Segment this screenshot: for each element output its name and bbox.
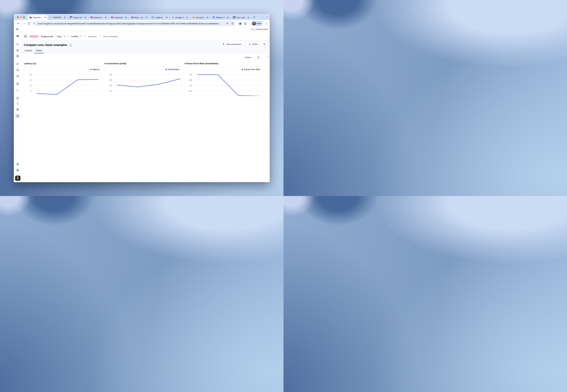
svg-text:Correctness: Correctness xyxy=(168,68,179,71)
svg-text:0.8: 0.8 xyxy=(109,73,112,76)
svg-text:Parse Error Rate: Parse Error Rate xyxy=(244,68,260,71)
svg-text:4: 4 xyxy=(30,90,32,92)
svg-text:16: 16 xyxy=(30,73,32,76)
svg-text:0.6: 0.6 xyxy=(109,79,112,81)
svg-text:12: 12 xyxy=(30,79,32,81)
svg-text:0.15: 0.15 xyxy=(188,90,192,92)
svg-text:6: 6 xyxy=(152,17,153,18)
svg-text:latency: latency xyxy=(93,68,99,71)
svg-text:0.6: 0.6 xyxy=(190,73,192,76)
svg-text:0.4: 0.4 xyxy=(109,84,112,87)
svg-text:8: 8 xyxy=(30,84,32,87)
svg-text:0.3: 0.3 xyxy=(190,84,192,87)
svg-text:0.45: 0.45 xyxy=(188,79,192,81)
svg-text:0.2: 0.2 xyxy=(109,90,112,92)
